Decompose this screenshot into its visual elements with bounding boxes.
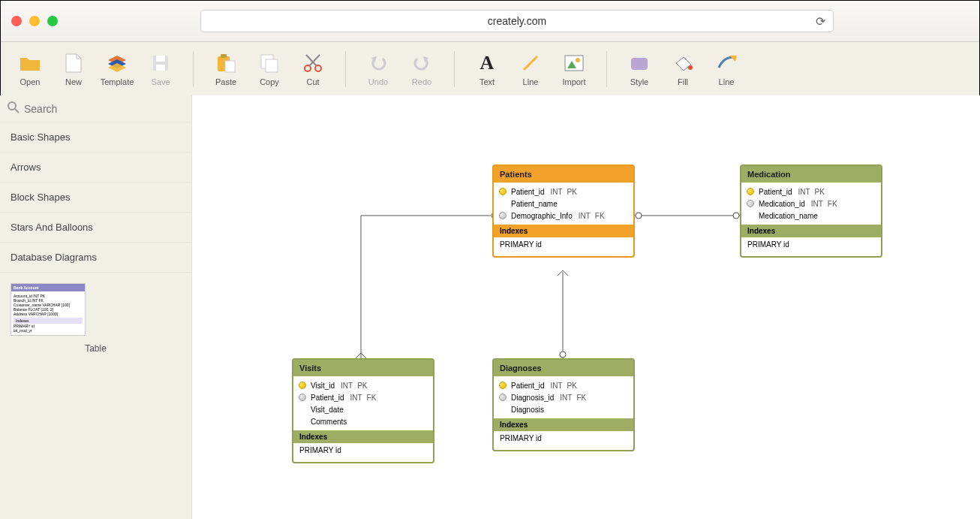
copy-label: Copy: [251, 77, 288, 86]
field-row: Patient_idINTPK: [494, 186, 633, 198]
search-icon: [8, 101, 20, 116]
field-row: Patient_idINTPK: [494, 379, 633, 391]
line2-label: Line: [708, 77, 745, 86]
sidebar-item-basic-shapes[interactable]: Basic Shapes: [0, 122, 191, 152]
url-text: creately.com: [488, 15, 546, 27]
thumb-sub: Indexes: [14, 318, 83, 324]
cut-button[interactable]: Cut: [294, 51, 332, 86]
indexes-header: Indexes: [741, 225, 881, 237]
toolbar: Open New Template Save Paste Copy Cut Un…: [1, 42, 979, 96]
entity-title: Medication: [741, 166, 881, 183]
field-row: Patient_idINTPK: [741, 186, 881, 198]
key-icon: [298, 381, 307, 390]
entity-diagnoses[interactable]: Diagnoses Patient_idINTPK Diagnosis_idIN…: [492, 358, 635, 451]
undo-button[interactable]: Undo: [359, 51, 397, 86]
indexes-header: Indexes: [494, 418, 633, 431]
key-icon: [298, 393, 307, 402]
svg-point-37: [560, 352, 566, 358]
new-label: New: [55, 77, 92, 86]
fill-button[interactable]: Fill: [664, 51, 702, 86]
sidebar-item-stars-balloons[interactable]: Stars And Balloons: [0, 213, 191, 243]
search-input[interactable]: [24, 103, 184, 115]
save-icon: [142, 51, 179, 75]
import-button[interactable]: Import: [555, 51, 593, 86]
save-label: Save: [142, 77, 179, 86]
maximize-icon[interactable]: [47, 16, 58, 26]
bucket-icon: [664, 51, 702, 75]
copy-icon: [251, 51, 288, 75]
svg-rect-21: [631, 58, 648, 70]
style-button[interactable]: Style: [621, 51, 658, 86]
field-row: Diagnosis_idINTFK: [494, 391, 633, 403]
field-row: Visit_idINTPK: [293, 379, 433, 391]
field-row: Medication_idINTFK: [741, 198, 881, 210]
line-tool-button[interactable]: Line: [708, 51, 745, 86]
line-button[interactable]: Line: [512, 51, 549, 86]
sidebar-item-block-shapes[interactable]: Block Shapes: [0, 183, 191, 213]
field-row: Demographic_InfoINTFK: [494, 210, 633, 222]
svg-point-20: [576, 58, 580, 62]
pencil-icon: [708, 51, 745, 75]
svg-rect-8: [225, 61, 235, 72]
svg-point-32: [636, 213, 642, 219]
text-button[interactable]: A Text: [468, 51, 506, 86]
template-button[interactable]: Template: [98, 51, 136, 86]
diagram-canvas[interactable]: Patients Patient_idINTPK Patient_name De…: [192, 95, 980, 519]
import-label: Import: [555, 77, 593, 86]
key-icon: [498, 393, 507, 402]
field-row: Medication_name: [741, 210, 881, 222]
indexes-header: Indexes: [293, 430, 433, 443]
copy-button[interactable]: Copy: [251, 51, 288, 86]
index-row: PRIMARY id: [494, 431, 633, 450]
style-icon: [621, 51, 658, 75]
field-row: Patient_name: [494, 198, 633, 210]
svg-rect-10: [266, 59, 278, 72]
field-row: Visit_date: [293, 403, 433, 415]
paste-button[interactable]: Paste: [207, 51, 245, 86]
separator: [193, 51, 194, 87]
entity-medication[interactable]: Medication Patient_idINTPK Medication_id…: [740, 164, 882, 258]
field-row: Diagnosis: [494, 403, 633, 415]
new-button[interactable]: New: [55, 51, 92, 86]
svg-point-24: [8, 102, 16, 110]
entity-title: Diagnoses: [494, 360, 633, 376]
template-label: Template: [98, 77, 136, 86]
svg-rect-5: [156, 65, 165, 71]
entity-visits[interactable]: Visits Visit_idINTPK Patient_idINTFK Vis…: [292, 358, 434, 463]
save-button[interactable]: Save: [142, 51, 179, 86]
thumb-title: Bank Account: [11, 284, 85, 291]
search-row: [0, 95, 191, 122]
reload-icon[interactable]: ⟳: [816, 14, 825, 29]
sidebar-item-arrows[interactable]: Arrows: [0, 152, 191, 183]
svg-line-17: [524, 56, 537, 70]
svg-line-29: [356, 353, 361, 358]
paste-icon: [207, 51, 245, 75]
svg-line-35: [558, 270, 563, 276]
entity-patients[interactable]: Patients Patient_idINTPK Patient_name De…: [492, 164, 635, 258]
index-row: PRIMARY id: [494, 237, 633, 256]
open-button[interactable]: Open: [11, 51, 49, 86]
svg-rect-7: [221, 54, 227, 58]
key-icon: [746, 199, 755, 208]
close-icon[interactable]: [11, 16, 22, 26]
redo-button[interactable]: Redo: [403, 51, 440, 86]
address-bar[interactable]: creately.com ⟳: [200, 10, 834, 32]
svg-marker-23: [729, 56, 737, 62]
text-label: Text: [468, 77, 506, 86]
redo-label: Redo: [403, 77, 440, 86]
sidebar-item-database[interactable]: Database Diagrams: [0, 243, 191, 273]
style-label: Style: [621, 77, 658, 86]
index-row: PRIMARY id: [293, 443, 433, 462]
line-icon: [512, 51, 549, 75]
thumb-row: Address VARCHAR [1000]: [14, 312, 83, 316]
paste-label: Paste: [207, 77, 245, 86]
svg-rect-4: [156, 56, 165, 62]
key-icon: [746, 187, 755, 196]
svg-line-30: [361, 353, 366, 358]
minimize-icon[interactable]: [29, 16, 40, 26]
table-shape-thumbnail[interactable]: Bank Account Account_id INT PK Branch_Id…: [11, 283, 86, 336]
separator: [345, 51, 346, 87]
indexes-header: Indexes: [494, 225, 633, 237]
svg-line-25: [15, 109, 19, 113]
entity-title: Visits: [293, 360, 433, 376]
